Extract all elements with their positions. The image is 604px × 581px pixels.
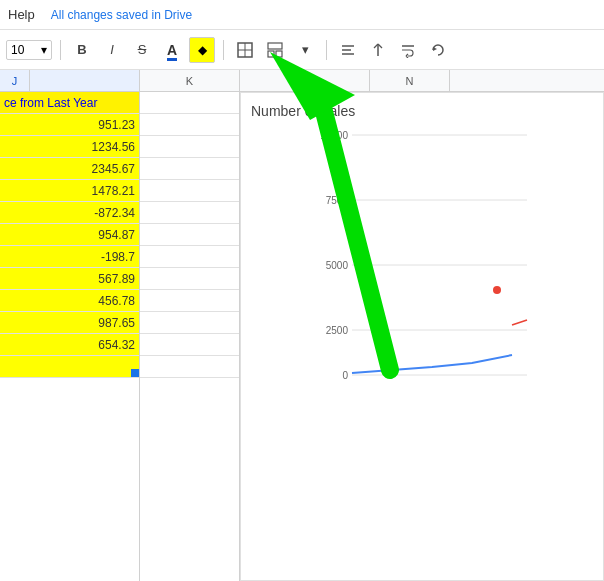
- chart-region: Number of Sales 10000 7500 5000 2500 0: [240, 92, 604, 581]
- cell-k8[interactable]: [140, 246, 239, 268]
- grid-container: J K M N ce from Last Year 951.23 1234.56…: [0, 70, 604, 581]
- column-headers: J K M N: [0, 70, 604, 92]
- bold-button[interactable]: B: [69, 37, 95, 63]
- help-menu[interactable]: Help: [8, 7, 35, 22]
- font-size-dropdown-icon[interactable]: ▾: [41, 43, 47, 57]
- col-k: [140, 92, 240, 581]
- cell-j6[interactable]: -872.34: [0, 202, 139, 224]
- merge-button[interactable]: [262, 37, 288, 63]
- col-header-n[interactable]: N: [370, 70, 450, 91]
- col-header-j-data: [30, 70, 140, 91]
- italic-button[interactable]: I: [99, 37, 125, 63]
- svg-point-24: [493, 286, 501, 294]
- merge-dropdown-button[interactable]: ▾: [292, 37, 318, 63]
- merge-icon: [267, 42, 283, 58]
- col-header-k[interactable]: K: [140, 70, 240, 91]
- cell-k13[interactable]: [140, 356, 239, 378]
- borders-button[interactable]: [232, 37, 258, 63]
- highlight-color-button[interactable]: ◆: [189, 37, 215, 63]
- cell-k6[interactable]: [140, 202, 239, 224]
- svg-rect-5: [276, 51, 282, 57]
- valign-icon: [370, 42, 386, 58]
- rotate-button[interactable]: [425, 37, 451, 63]
- cell-j1[interactable]: ce from Last Year: [0, 92, 139, 114]
- cell-j4[interactable]: 2345.67: [0, 158, 139, 180]
- cell-j9[interactable]: 567.89: [0, 268, 139, 290]
- cell-k1[interactable]: [140, 92, 239, 114]
- toolbar: 10 ▾ B I S A ◆ ▾: [0, 30, 604, 70]
- cell-k11[interactable]: [140, 312, 239, 334]
- cell-k3[interactable]: [140, 136, 239, 158]
- svg-text:5000: 5000: [326, 260, 349, 271]
- cell-j7[interactable]: 954.87: [0, 224, 139, 246]
- wrap-icon: [400, 42, 416, 58]
- cell-j12[interactable]: 654.32: [0, 334, 139, 356]
- cell-k5[interactable]: [140, 180, 239, 202]
- menu-bar: Help All changes saved in Drive: [0, 0, 604, 30]
- cell-j11[interactable]: 987.65: [0, 312, 139, 334]
- chart-panel: Number of Sales 10000 7500 5000 2500 0: [240, 92, 604, 581]
- cell-j13[interactable]: [0, 356, 139, 378]
- cell-j10[interactable]: 456.78: [0, 290, 139, 312]
- toolbar-separator-3: [326, 40, 327, 60]
- svg-line-25: [512, 320, 527, 325]
- align-icon: [340, 42, 356, 58]
- font-color-button[interactable]: A: [159, 37, 185, 63]
- svg-rect-4: [268, 51, 274, 57]
- col-j: ce from Last Year 951.23 1234.56 2345.67…: [0, 92, 140, 581]
- svg-text:7500: 7500: [326, 195, 349, 206]
- chart-title: Number of Sales: [251, 103, 593, 119]
- chart-area: 10000 7500 5000 2500 0: [251, 125, 593, 385]
- cell-j2[interactable]: 951.23: [0, 114, 139, 136]
- cell-k7[interactable]: [140, 224, 239, 246]
- rotate-icon: [430, 42, 446, 58]
- col-header-m[interactable]: M: [240, 70, 370, 91]
- cell-k10[interactable]: [140, 290, 239, 312]
- grid-rows: ce from Last Year 951.23 1234.56 2345.67…: [0, 92, 604, 581]
- cell-j3[interactable]: 1234.56: [0, 136, 139, 158]
- toolbar-separator-1: [60, 40, 61, 60]
- svg-rect-3: [268, 43, 282, 49]
- highlight-icon: ◆: [198, 43, 207, 57]
- toolbar-separator-2: [223, 40, 224, 60]
- cell-k2[interactable]: [140, 114, 239, 136]
- valign-button[interactable]: [365, 37, 391, 63]
- svg-text:0: 0: [342, 370, 348, 381]
- font-size-box[interactable]: 10 ▾: [6, 40, 52, 60]
- borders-icon: [237, 42, 253, 58]
- chart-svg: 10000 7500 5000 2500 0: [251, 125, 593, 385]
- cell-k12[interactable]: [140, 334, 239, 356]
- col-header-j[interactable]: J: [0, 70, 30, 91]
- align-button[interactable]: [335, 37, 361, 63]
- strikethrough-button[interactable]: S: [129, 37, 155, 63]
- svg-marker-13: [433, 47, 437, 51]
- svg-text:10000: 10000: [320, 130, 348, 141]
- font-color-icon: A: [167, 42, 177, 58]
- cell-j5[interactable]: 1478.21: [0, 180, 139, 202]
- font-size-value: 10: [11, 43, 24, 57]
- cell-k9[interactable]: [140, 268, 239, 290]
- wrap-button[interactable]: [395, 37, 421, 63]
- svg-text:2500: 2500: [326, 325, 349, 336]
- saved-status: All changes saved in Drive: [51, 8, 192, 22]
- cell-j8[interactable]: -198.7: [0, 246, 139, 268]
- cell-k4[interactable]: [140, 158, 239, 180]
